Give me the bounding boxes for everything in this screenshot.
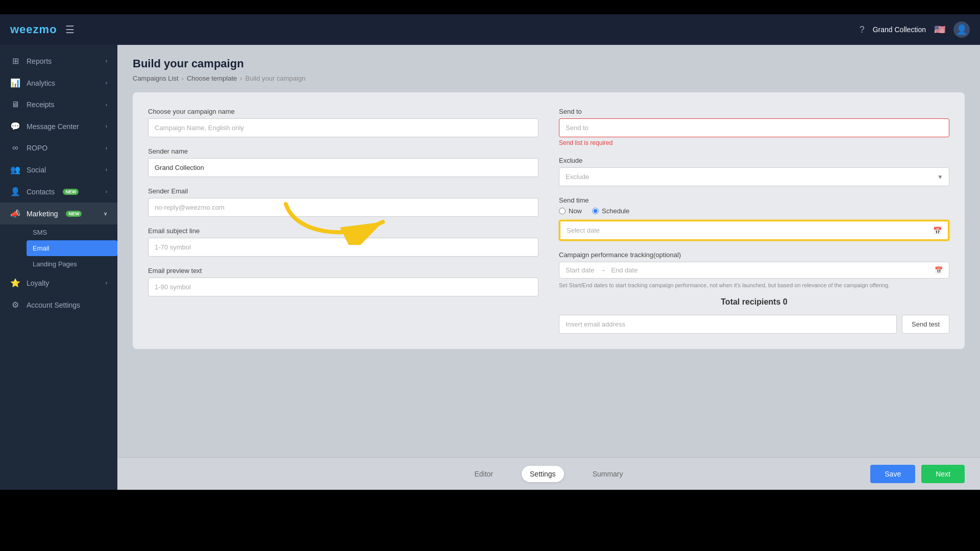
reports-icon: ⊞ bbox=[10, 56, 20, 66]
sidebar-item-message-center[interactable]: 💬 Message Center › bbox=[0, 115, 117, 137]
sidebar-item-reports-label: Reports bbox=[27, 57, 52, 65]
sidebar: ⊞ Reports › 📊 Analytics › 🖥 Receipts › 💬… bbox=[0, 45, 117, 520]
next-button[interactable]: Next bbox=[921, 465, 965, 483]
chevron-icon: › bbox=[106, 102, 107, 108]
end-date-placeholder: End date bbox=[611, 266, 638, 274]
send-time-radio-group: Now Schedule bbox=[559, 207, 949, 215]
radio-now[interactable] bbox=[559, 208, 566, 214]
campaign-card: Choose your campaign name Sender name Se… bbox=[133, 92, 965, 349]
sidebar-item-message-center-label: Message Center bbox=[27, 122, 79, 131]
campaign-name-group: Choose your campaign name bbox=[148, 108, 538, 137]
chevron-icon: › bbox=[106, 123, 107, 129]
marketing-submenu: SMS Email Landing Pages bbox=[0, 224, 117, 272]
sender-name-input[interactable] bbox=[148, 158, 538, 177]
performance-hint: Set Start/End dates to start tracking ca… bbox=[559, 282, 949, 289]
sidebar-item-social[interactable]: 👥 Social › bbox=[0, 159, 117, 181]
send-to-group: Send to Send list is required bbox=[559, 108, 949, 146]
black-bar-bottom bbox=[0, 490, 980, 551]
message-center-icon: 💬 bbox=[10, 121, 20, 131]
email-subject-input[interactable] bbox=[148, 238, 538, 257]
calendar-range-icon: 📅 bbox=[935, 266, 943, 274]
save-button[interactable]: Save bbox=[870, 465, 915, 483]
sidebar-item-reports[interactable]: ⊞ Reports › bbox=[0, 50, 117, 72]
campaign-name-label: Choose your campaign name bbox=[148, 108, 538, 115]
help-icon[interactable]: ? bbox=[860, 24, 865, 35]
black-bar-top bbox=[0, 0, 980, 14]
radio-now-label: Now bbox=[569, 207, 582, 215]
send-to-label: Send to bbox=[559, 108, 949, 115]
campaign-name-input[interactable] bbox=[148, 118, 538, 137]
topbar: weezmo ☰ ? Grand Collection 🇺🇸 👤 bbox=[0, 14, 980, 45]
sidebar-item-contacts[interactable]: 👤 Contacts NEW › bbox=[0, 181, 117, 203]
start-date-placeholder: Start date bbox=[566, 266, 594, 274]
insert-email-input[interactable] bbox=[559, 315, 897, 334]
exclude-select[interactable]: Exclude bbox=[559, 167, 949, 186]
performance-label: Campaign performance tracking(optional) bbox=[559, 251, 949, 259]
chevron-down-icon: ∨ bbox=[104, 211, 107, 216]
sidebar-item-account-settings[interactable]: ⚙ Account Settings bbox=[0, 294, 117, 316]
total-recipients-value: 0 bbox=[783, 297, 788, 306]
sidebar-item-contacts-label: Contacts bbox=[27, 188, 55, 196]
sidebar-sub-item-email[interactable]: Email bbox=[27, 240, 117, 256]
total-recipients: Total recipients 0 bbox=[559, 297, 949, 307]
marketing-new-badge: NEW bbox=[66, 211, 82, 217]
sidebar-item-ropo-label: ROPO bbox=[27, 144, 47, 152]
sidebar-item-marketing[interactable]: 📣 Marketing NEW ∨ bbox=[0, 203, 117, 224]
radio-now-item[interactable]: Now bbox=[559, 207, 582, 215]
left-section: Choose your campaign name Sender name Se… bbox=[148, 108, 538, 334]
select-date-input[interactable] bbox=[560, 221, 948, 239]
sidebar-sub-item-sms[interactable]: SMS bbox=[27, 224, 117, 240]
tab-settings[interactable]: Settings bbox=[522, 466, 564, 482]
loyalty-icon: ⭐ bbox=[10, 278, 20, 288]
breadcrumb-choose-template[interactable]: Choose template bbox=[187, 74, 237, 82]
analytics-icon: 📊 bbox=[10, 78, 20, 88]
chevron-icon: › bbox=[106, 58, 107, 64]
sidebar-sub-item-landing-pages[interactable]: Landing Pages bbox=[27, 256, 117, 272]
tab-summary[interactable]: Summary bbox=[584, 466, 631, 482]
page-title: Build your campaign bbox=[133, 57, 965, 70]
account-settings-icon: ⚙ bbox=[10, 300, 20, 310]
radio-schedule-item[interactable]: Schedule bbox=[592, 207, 629, 215]
receipts-icon: 🖥 bbox=[10, 100, 20, 109]
contacts-new-badge: NEW bbox=[63, 189, 79, 195]
user-avatar[interactable]: 👤 bbox=[953, 21, 970, 38]
date-input-wrapper: 📅 bbox=[559, 220, 949, 241]
email-subject-group: Email subject line bbox=[148, 227, 538, 257]
chevron-icon: › bbox=[106, 189, 107, 194]
ropo-icon: ∞ bbox=[10, 143, 20, 153]
breadcrumb: Campaigns List › Choose template › Build… bbox=[133, 74, 965, 82]
send-time-group: Send time Now Schedule 📅 bbox=[559, 196, 949, 241]
bottom-buttons: Save Next bbox=[870, 465, 965, 483]
sidebar-item-ropo[interactable]: ∞ ROPO › bbox=[0, 137, 117, 159]
send-test-button[interactable]: Send test bbox=[902, 315, 949, 334]
breadcrumb-campaigns-list[interactable]: Campaigns List bbox=[133, 74, 179, 82]
calendar-icon: 📅 bbox=[933, 227, 942, 235]
sidebar-item-receipts[interactable]: 🖥 Receipts › bbox=[0, 94, 117, 115]
tab-editor[interactable]: Editor bbox=[466, 466, 501, 482]
send-list-error: Send list is required bbox=[559, 139, 949, 146]
flag-icon: 🇺🇸 bbox=[934, 24, 945, 35]
bottom-bar: Editor Settings Summary Save Next bbox=[117, 457, 980, 490]
sender-email-group: Sender Email bbox=[148, 187, 538, 217]
sidebar-item-analytics[interactable]: 📊 Analytics › bbox=[0, 72, 117, 94]
exclude-select-wrapper: Exclude ▼ bbox=[559, 167, 949, 186]
contacts-icon: 👤 bbox=[10, 187, 20, 196]
exclude-group: Exclude Exclude ▼ bbox=[559, 157, 949, 186]
sidebar-item-social-label: Social bbox=[27, 166, 46, 174]
email-preview-input[interactable] bbox=[148, 278, 538, 296]
date-range-arrow-icon: → bbox=[599, 266, 606, 274]
sidebar-item-loyalty-label: Loyalty bbox=[27, 279, 49, 287]
sender-email-input[interactable] bbox=[148, 198, 538, 217]
radio-schedule[interactable] bbox=[592, 208, 599, 214]
hamburger-icon[interactable]: ☰ bbox=[65, 23, 75, 36]
chevron-icon: › bbox=[106, 167, 107, 172]
social-icon: 👥 bbox=[10, 165, 20, 174]
sender-name-label: Sender name bbox=[148, 147, 538, 155]
sidebar-item-receipts-label: Receipts bbox=[27, 101, 54, 109]
collection-name: Grand Collection bbox=[873, 26, 926, 34]
sidebar-item-loyalty[interactable]: ⭐ Loyalty › bbox=[0, 272, 117, 294]
send-to-input[interactable] bbox=[559, 118, 949, 137]
marketing-icon: 📣 bbox=[10, 209, 20, 218]
tab-group: Editor Settings Summary bbox=[117, 466, 980, 482]
chevron-icon: › bbox=[106, 145, 107, 151]
